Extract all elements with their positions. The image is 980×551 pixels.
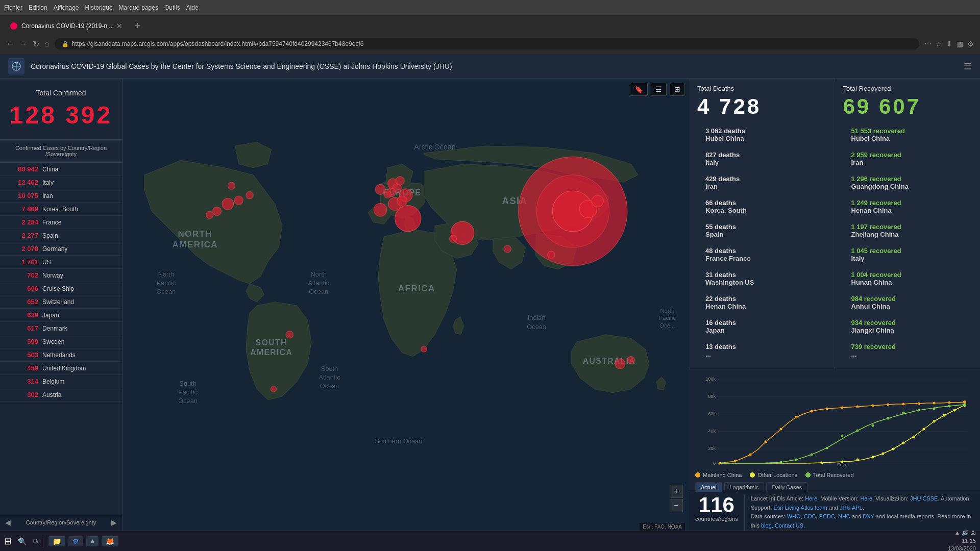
recovered-panel: Total Recovered 69 607 51 553 recoveredH… — [835, 79, 981, 369]
extensions-icon[interactable]: ⋯ — [924, 40, 932, 48]
menu-item-affichage[interactable]: Affichage — [54, 4, 79, 11]
country-count: 639 — [5, 311, 38, 319]
country-row[interactable]: 639Japan — [0, 309, 122, 322]
svg-text:Oce...: Oce... — [659, 322, 675, 329]
map-background[interactable]: 🔖 ☰ ⊞ — [122, 79, 689, 533]
legend-label: Total Recovered — [813, 472, 854, 478]
chart-tab-0[interactable]: Actuel — [695, 482, 722, 492]
country-row[interactable]: 314Belgium — [0, 375, 122, 388]
deaths-count: 31 deaths — [705, 271, 818, 279]
svg-point-80 — [887, 404, 890, 406]
app-menu-icon[interactable]: ☰ — [964, 61, 972, 72]
deaths-list: 3 062 deathsHubei China827 deathsItaly42… — [697, 123, 826, 363]
chart-tab-2[interactable]: Daily Cases — [766, 482, 807, 492]
svg-point-96 — [923, 428, 925, 431]
svg-text:Ocean: Ocean — [157, 288, 176, 295]
menu-item-historique[interactable]: Historique — [85, 4, 113, 11]
country-row[interactable]: 302Austria — [0, 388, 122, 402]
svg-text:Ocean: Ocean — [320, 382, 339, 390]
svg-point-98 — [902, 442, 905, 444]
start-button[interactable]: ⊞ — [4, 536, 12, 547]
country-row[interactable]: 2 284France — [0, 216, 122, 229]
recovered-location: Henan China — [851, 207, 964, 214]
recovered-count: 1 249 recovered — [851, 199, 964, 207]
browser-menu[interactable]: FichierEditionAffichageHistoriqueMarque-… — [4, 4, 199, 11]
country-count: 2 284 — [5, 218, 38, 226]
settings-taskbar-button[interactable]: ⚙ — [68, 536, 83, 546]
country-row[interactable]: 80 942China — [0, 163, 122, 176]
svg-point-86 — [795, 416, 798, 419]
country-row[interactable]: 702Norway — [0, 269, 122, 282]
country-count: 7 869 — [5, 205, 38, 213]
country-name: Korea, South — [42, 206, 78, 213]
menu-item-fichier[interactable]: Fichier — [4, 4, 22, 11]
scroll-left-arrow[interactable]: ◀ — [5, 518, 11, 527]
menu-item-edition[interactable]: Edition — [29, 4, 47, 11]
app-logo — [8, 58, 24, 74]
legend-label: Mainland China — [703, 472, 742, 478]
chart-tabs: ActuelLogarithmicDaily Cases — [695, 482, 974, 492]
home-button[interactable]: ⌂ — [44, 39, 50, 48]
bookmark-icon[interactable]: ☆ — [936, 40, 942, 48]
total-confirmed-label: Total Confirmed — [8, 89, 114, 97]
firefox-button[interactable]: 🦊 — [102, 536, 118, 546]
new-tab-button[interactable]: + — [131, 18, 145, 34]
svg-point-87 — [780, 428, 782, 431]
country-row[interactable]: 7 869Korea, South — [0, 203, 122, 216]
country-row[interactable]: 12 462Italy — [0, 176, 122, 189]
bookmark-tool-button[interactable]: 🔖 — [630, 83, 648, 96]
task-view-button[interactable]: ⧉ — [33, 537, 38, 545]
svg-text:Ocean: Ocean — [527, 323, 546, 331]
svg-point-88 — [765, 441, 767, 443]
chart-tab-1[interactable]: Logarithmic — [724, 482, 765, 492]
country-name: Germany — [42, 245, 67, 253]
recovered-label: Total Recovered — [843, 85, 972, 92]
deaths-count: 66 deaths — [705, 199, 818, 207]
zoom-out-button[interactable]: − — [670, 499, 683, 512]
country-name: Norway — [42, 272, 63, 279]
country-row[interactable]: 652Switzerland — [0, 295, 122, 309]
country-row[interactable]: 2 078Germany — [0, 242, 122, 256]
menu-item-outils[interactable]: Outils — [164, 4, 180, 11]
country-row[interactable]: 459United Kingdom — [0, 362, 122, 375]
tab-close-button[interactable]: ✕ — [116, 22, 122, 30]
search-taskbar-button[interactable]: 🔍 — [15, 536, 30, 546]
deaths-list-item: 16 deathsJapan — [697, 315, 826, 339]
recovered-location: Anhui China — [851, 303, 964, 310]
app-header: Coronavirus COVID-19 Global Cases by the… — [0, 54, 980, 79]
country-name: Netherlands — [42, 352, 76, 359]
svg-point-89 — [749, 454, 752, 456]
country-row[interactable]: 1 701US — [0, 256, 122, 269]
download-icon[interactable]: ⬇ — [946, 40, 952, 48]
taskbar-divider — [43, 535, 43, 547]
forward-button[interactable]: → — [19, 39, 28, 48]
chrome-button[interactable]: ● — [86, 536, 99, 546]
svg-point-114 — [826, 447, 828, 449]
back-button[interactable]: ← — [6, 39, 14, 48]
menu-item-aide[interactable]: Aide — [186, 4, 199, 11]
active-tab[interactable]: Coronavirus COVID-19 (2019-n... ✕ — [4, 18, 129, 34]
scroll-right-arrow[interactable]: ▶ — [111, 518, 117, 527]
country-row[interactable]: 617Denmark — [0, 322, 122, 335]
country-row[interactable]: 503Netherlands — [0, 348, 122, 362]
svg-point-85 — [811, 410, 813, 413]
svg-point-112 — [856, 430, 859, 432]
svg-text:South: South — [179, 380, 196, 387]
svg-point-99 — [892, 448, 895, 450]
settings-icon[interactable]: ⚙ — [967, 40, 974, 48]
country-row[interactable]: 599Sweden — [0, 335, 122, 348]
country-row[interactable]: 10 075Iran — [0, 189, 122, 203]
address-bar-input[interactable]: 🔒 https://gisanddata.maps.arcgis.com/app… — [55, 38, 919, 49]
country-name: United Kingdom — [42, 365, 86, 372]
grid-tool-button[interactable]: ⊞ — [670, 83, 685, 96]
deaths-list-item: 66 deathsKorea, South — [697, 195, 826, 219]
country-row[interactable]: 2 277Spain — [0, 229, 122, 242]
country-row[interactable]: 696Cruise Ship — [0, 282, 122, 295]
file-explorer-button[interactable]: 📁 — [48, 536, 65, 546]
list-tool-button[interactable]: ☰ — [651, 83, 667, 96]
zoom-in-button[interactable]: + — [670, 485, 683, 498]
svg-point-103 — [841, 461, 844, 463]
reload-button[interactable]: ↻ — [33, 39, 39, 49]
menu-item-marque-pages[interactable]: Marque-pages — [119, 4, 158, 11]
sidebar-icon[interactable]: ▦ — [957, 40, 963, 48]
